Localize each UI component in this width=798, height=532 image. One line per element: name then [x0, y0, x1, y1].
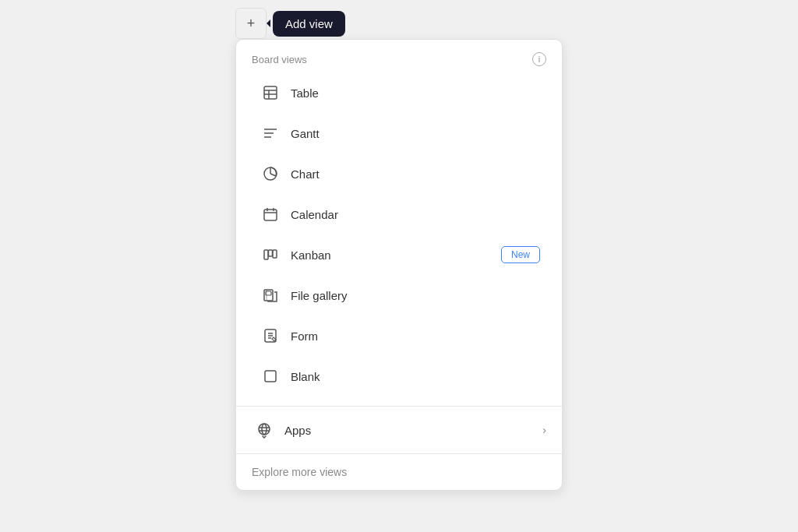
menu-item-kanban[interactable]: Kanban New	[252, 234, 546, 275]
svg-rect-14	[264, 250, 268, 259]
file-gallery-icon	[258, 283, 283, 308]
tooltip-label: Add view	[285, 17, 333, 30]
main-container: + Add view Board views i	[235, 8, 563, 491]
plus-icon: +	[247, 16, 256, 32]
menu-item-calendar[interactable]: Calendar	[252, 194, 546, 234]
svg-rect-24	[265, 371, 276, 382]
menu-item-form[interactable]: Form	[252, 315, 546, 356]
svg-rect-16	[273, 250, 277, 258]
section-header: Board views i	[252, 52, 546, 66]
board-views-title: Board views	[252, 54, 307, 65]
calendar-label: Calendar	[291, 208, 540, 221]
kanban-icon	[258, 242, 283, 267]
table-label: Table	[291, 86, 540, 100]
menu-item-file-gallery[interactable]: File gallery	[252, 275, 546, 315]
new-badge: New	[501, 246, 540, 263]
dropdown-panel: Board views i Table	[235, 39, 563, 491]
apps-icon	[252, 417, 277, 442]
table-icon	[258, 80, 283, 105]
info-icon-button[interactable]: i	[532, 52, 546, 66]
add-view-tooltip: Add view	[273, 11, 345, 37]
blank-label: Blank	[291, 370, 540, 383]
apps-label: Apps	[284, 424, 542, 437]
menu-item-table[interactable]: Table	[252, 72, 546, 113]
gantt-label: Gantt	[291, 127, 540, 140]
svg-rect-15	[269, 250, 273, 256]
kanban-label: Kanban	[291, 248, 501, 262]
explore-section[interactable]: Explore more views	[236, 454, 562, 490]
explore-label: Explore more views	[252, 466, 347, 478]
svg-rect-0	[264, 86, 277, 99]
chart-label: Chart	[291, 167, 540, 181]
form-icon	[258, 323, 283, 348]
svg-line-9	[270, 174, 276, 176]
svg-rect-10	[264, 210, 277, 220]
blank-icon	[258, 364, 283, 389]
form-label: Form	[291, 329, 540, 343]
add-view-area: + Add view	[235, 8, 345, 39]
calendar-icon	[258, 202, 283, 227]
menu-item-blank[interactable]: Blank	[252, 356, 546, 396]
menu-item-gantt[interactable]: Gantt	[252, 113, 546, 153]
info-symbol: i	[538, 55, 540, 64]
gantt-icon	[258, 121, 283, 146]
apps-section[interactable]: Apps ›	[236, 407, 562, 453]
menu-item-chart[interactable]: Chart	[252, 153, 546, 194]
file-gallery-label: File gallery	[291, 289, 540, 302]
chart-icon	[258, 161, 283, 186]
add-view-button[interactable]: +	[235, 8, 267, 39]
chevron-right-icon: ›	[542, 424, 546, 436]
board-views-section: Board views i Table	[236, 40, 562, 406]
